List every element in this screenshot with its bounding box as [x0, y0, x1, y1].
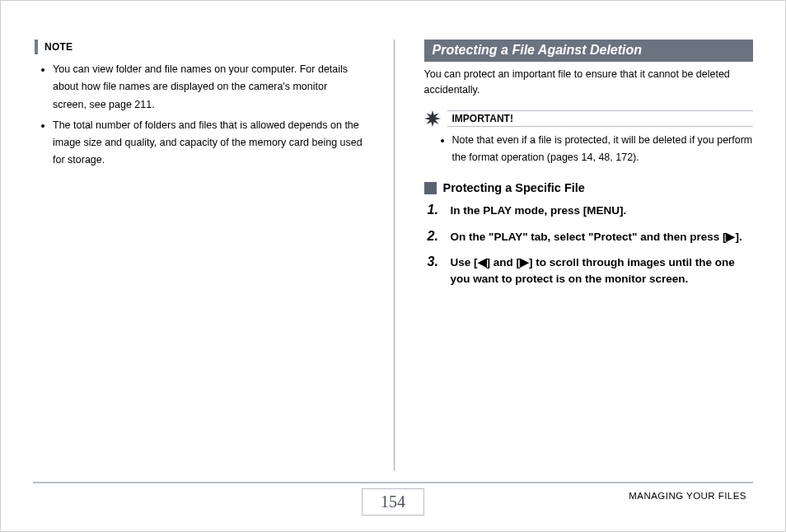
step-number: 1. [428, 203, 442, 219]
footer-section-label: MANAGING YOUR FILES [629, 491, 746, 501]
important-label: IMPORTANT! [447, 110, 754, 127]
column-divider [394, 40, 395, 471]
two-column-layout: NOTE You can view folder and file names … [35, 40, 753, 471]
footer-rule [33, 482, 753, 484]
left-column: NOTE You can view folder and file names … [35, 40, 364, 471]
step-text: Use [◀] and [▶] to scroll through images… [451, 254, 754, 287]
section-header: Protecting a File Against Deletion [424, 40, 754, 62]
important-bullet: Note that even if a file is protected, i… [452, 132, 754, 167]
manual-page: NOTE You can view folder and file names … [0, 0, 786, 532]
note-bar-icon [35, 40, 38, 54]
important-bullet-list: Note that even if a file is protected, i… [452, 132, 754, 167]
section-intro: You can protect an important file to ens… [424, 67, 754, 99]
step-item: 1. In the PLAY mode, press [MENU]. [428, 203, 754, 219]
subsection-heading: Protecting a Specific File [424, 181, 754, 194]
burst-icon [424, 110, 441, 127]
step-text: In the PLAY mode, press [MENU]. [451, 203, 627, 219]
step-text: On the "PLAY" tab, select "Protect" and … [451, 229, 742, 245]
step-item: 3. Use [◀] and [▶] to scroll through ima… [428, 254, 754, 287]
step-item: 2. On the "PLAY" tab, select "Protect" a… [428, 229, 754, 245]
svg-marker-0 [424, 110, 441, 127]
note-bullet: You can view folder and file names on yo… [53, 61, 364, 114]
steps-list: 1. In the PLAY mode, press [MENU]. 2. On… [428, 203, 754, 287]
step-number: 3. [428, 254, 442, 287]
note-bullet: The total number of folders and files th… [53, 117, 364, 170]
page-number: 154 [362, 488, 424, 516]
important-heading: IMPORTANT! [424, 110, 754, 127]
note-label: NOTE [44, 41, 73, 53]
square-bullet-icon [424, 182, 437, 194]
note-bullet-list: You can view folder and file names on yo… [53, 61, 364, 170]
note-heading: NOTE [35, 40, 364, 54]
step-number: 2. [428, 229, 442, 245]
right-column: Protecting a File Against Deletion You c… [424, 40, 754, 471]
subsection-title: Protecting a Specific File [443, 181, 585, 194]
